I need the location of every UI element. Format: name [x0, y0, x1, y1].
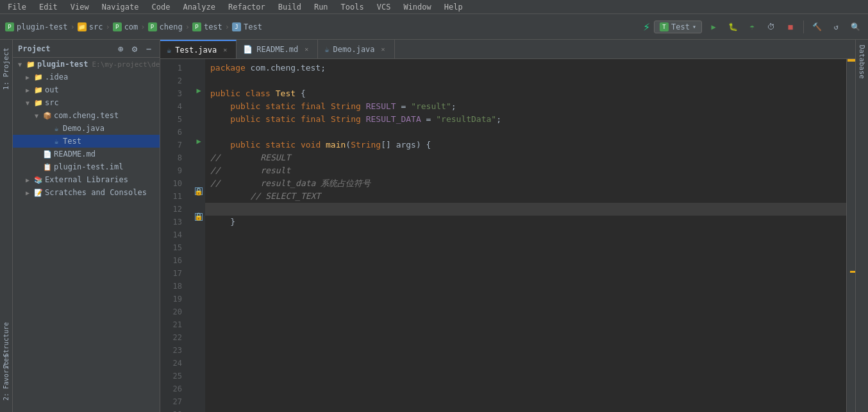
code-line-13: } [205, 216, 846, 228]
menu-item-navigate[interactable]: Navigate [99, 1, 142, 13]
sidebar-title: Project [18, 44, 51, 53]
gutter-3[interactable]: ▶ [192, 84, 205, 97]
tree-item-readme[interactable]: ▶ 📄 README.md [13, 148, 160, 160]
breadcrumb-project[interactable]: plugin-test [17, 22, 67, 31]
tree-item-iml[interactable]: ▶ 📋 plugin-test.iml [13, 160, 160, 173]
sidebar-header: Project ⊕ ⚙ − [13, 40, 160, 58]
debug-button[interactable]: 🐛 [725, 19, 740, 35]
menu-bar: File Edit View Navigate Code Analyze Ref… [0, 0, 868, 14]
tree-item-scratches[interactable]: ▶ 📝 Scratches and Consoles [13, 186, 160, 199]
toolbar-right: ⚡ T Test ▾ ▶ 🐛 ☂ ⏱ ■ 🔨 ↺ 🔍 [643, 19, 863, 35]
arrow-icon: ▼ [23, 99, 32, 107]
run-config-label: Test [671, 22, 690, 31]
menu-item-code[interactable]: Code [149, 1, 173, 13]
line-num-25: 25 [160, 370, 187, 382]
gutter-5 [192, 110, 205, 123]
menu-item-build[interactable]: Build [276, 1, 304, 13]
breadcrumb-test-pkg[interactable]: test [204, 22, 222, 31]
gutter-7[interactable]: ▶ [192, 135, 205, 148]
search-everywhere-button[interactable]: 🔍 [847, 19, 863, 35]
line-num-28: 28 [160, 408, 187, 412]
tree-item-demo-java[interactable]: ▶ ☕ Demo.java [13, 122, 160, 135]
editor-content: 1 2 3 4 5 6 7 8 9 10 11 12 13 14 15 16 1… [160, 59, 855, 412]
run-configuration[interactable]: T Test ▾ [654, 21, 702, 33]
line-numbers: 1 2 3 4 5 6 7 8 9 10 11 12 13 14 15 16 1… [160, 59, 192, 412]
menu-item-file[interactable]: File [5, 1, 29, 13]
reload-button[interactable]: ↺ [828, 19, 844, 35]
code-line-19 [205, 293, 846, 305]
iml-icon: 📋 [42, 162, 53, 172]
kw-package: package [210, 62, 246, 74]
tree-item-plugin-test[interactable]: ▼ 📁 plugin-test E:\my-project\de... [13, 58, 160, 71]
project-folder-icon: 📁 [26, 59, 36, 69]
code-line-21 [205, 318, 846, 331]
line-num-23: 23 [160, 344, 187, 357]
build-button[interactable]: 🔨 [809, 19, 824, 35]
arrow-icon: ▶ [23, 74, 32, 81]
tab-demo-java-close[interactable]: ✕ [379, 45, 388, 54]
gutter-2 [192, 72, 205, 85]
menu-item-window[interactable]: Window [401, 1, 433, 13]
minimap-scrollbar[interactable] [846, 59, 855, 412]
tree-label-src: src [45, 98, 59, 107]
line-num-27: 27 [160, 395, 187, 408]
coverage-button[interactable]: ☂ [744, 19, 760, 35]
menu-item-edit[interactable]: Edit [37, 1, 60, 13]
favorites-tab[interactable]: 2: Favorites [1, 349, 12, 406]
database-tab[interactable]: Database [856, 40, 868, 84]
tab-test-java-label: Test.java [175, 46, 217, 55]
sidebar-settings-icon[interactable]: ⚙ [129, 43, 140, 55]
package-icon: 📦 [42, 110, 53, 121]
code-editor[interactable]: package com.cheng.test; public class Tes… [205, 59, 846, 412]
tab-test-java-close[interactable]: ✕ [221, 46, 230, 55]
plugin-action-icon[interactable]: ⚡ [643, 20, 650, 33]
run-config-dropdown-icon[interactable]: ▾ [692, 23, 696, 30]
breadcrumb-com[interactable]: com [124, 22, 138, 31]
menu-item-refactor[interactable]: Refactor [226, 1, 268, 13]
breadcrumb-test-java[interactable]: Test [244, 22, 262, 31]
tab-readme[interactable]: 📄 README.md ✕ [237, 40, 318, 58]
tree-item-package[interactable]: ▼ 📦 com.cheng.test [13, 109, 160, 122]
line-num-6: 6 [160, 126, 187, 139]
tree-item-src[interactable]: ▼ 📁 src [13, 96, 160, 109]
tree-item-external-libs[interactable]: ▶ 📚 External Libraries [13, 173, 160, 186]
breadcrumb-src[interactable]: src [89, 22, 103, 31]
tree-item-idea[interactable]: ▶ 📁 .idea [13, 71, 160, 83]
out-folder-icon: 📁 [33, 85, 44, 95]
gutter-6 [192, 122, 205, 135]
test-java-icon: J [232, 22, 241, 31]
line-num-7: 7 [160, 139, 187, 151]
cheng-icon: P [148, 22, 157, 31]
tab-bar: ☕ Test.java ✕ 📄 README.md ✕ ☕ Demo.java … [160, 40, 855, 59]
menu-item-tools[interactable]: Tools [338, 1, 367, 13]
sidebar: Project ⊕ ⚙ − ▼ 📁 plugin-test E:\my-proj… [13, 40, 160, 412]
menu-item-help[interactable]: Help [442, 1, 465, 13]
right-tab-strip: Database [855, 40, 868, 412]
sidebar-add-icon[interactable]: ⊕ [115, 43, 126, 55]
code-line-20 [205, 305, 846, 318]
line-num-12: 12 [160, 203, 187, 216]
menu-item-analyze[interactable]: Analyze [180, 1, 218, 13]
breadcrumb-cheng[interactable]: cheng [160, 22, 183, 31]
menu-item-run[interactable]: Run [312, 1, 331, 13]
tree-item-out[interactable]: ▶ 📁 out [13, 83, 160, 96]
project-tab[interactable]: 1: Project [0, 42, 12, 95]
stop-button[interactable]: ■ [783, 19, 798, 35]
menu-item-vcs[interactable]: VCS [374, 1, 394, 13]
main-layout: 1: Project 7: Structure 2: Favorites Pro… [0, 40, 868, 412]
code-line-17 [205, 267, 846, 280]
tree-label-out: out [45, 85, 59, 94]
sidebar-icons: ⊕ ⚙ − [115, 43, 154, 55]
menu-item-view[interactable]: View [68, 1, 92, 13]
gutter: ▶ ▶ 🔒 🔒 [192, 59, 205, 412]
tab-readme-close[interactable]: ✕ [302, 45, 311, 54]
run-button[interactable]: ▶ [706, 19, 721, 35]
tree-item-test-java[interactable]: ▶ ☕ Test [13, 135, 160, 148]
code-line-28 [205, 408, 846, 412]
profile-button[interactable]: ⏱ [764, 19, 779, 35]
tab-test-java[interactable]: ☕ Test.java ✕ [160, 40, 237, 58]
line-num-16: 16 [160, 254, 187, 267]
sidebar-close-icon[interactable]: − [143, 43, 154, 55]
tab-readme-label: README.md [256, 45, 298, 54]
tab-demo-java[interactable]: ☕ Demo.java ✕ [318, 40, 394, 58]
